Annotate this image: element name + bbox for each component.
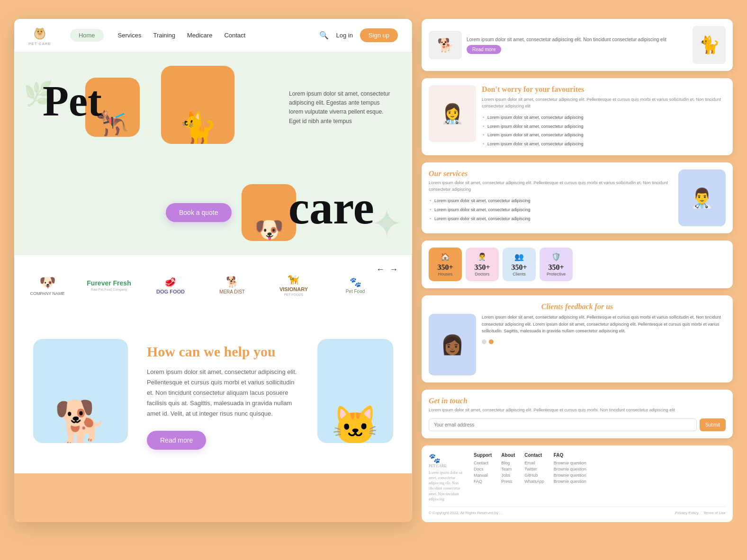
contact-link[interactable]: Contact — [224, 32, 245, 39]
footer-copyright: © Copyright 2022, All Rights Reserved by… — [429, 511, 503, 515]
bullet-2: Lorem ipsum dolor sit amet, consectetur … — [482, 122, 726, 131]
nav-links: Services Training Medicare Contact — [118, 32, 306, 39]
footer-item-s3[interactable]: Manual — [474, 473, 492, 478]
brand-name-5: VISIONARY — [279, 286, 308, 292]
dont-worry-card: 👩‍⚕️ Don't worry for your favourites Lor… — [422, 78, 733, 155]
feedback-content: 👩🏾 Lorem ipsum dolor sit amet, consectet… — [429, 314, 726, 375]
main-panel: PET CARE Home Services Training Medicare… — [14, 19, 412, 522]
footer-item-s2[interactable]: Docs — [474, 467, 492, 471]
hero-section: 🌿 Pet 🐈 🐕‍🦺 Lorem ipsum dolor sit amet, … — [14, 52, 412, 255]
brand-sub-2: Raw Pet Food Company — [91, 288, 127, 291]
svg-point-5 — [41, 28, 44, 31]
footer-item-a2[interactable]: Team — [501, 467, 515, 471]
right-panel: 🐕 Lorem ipsum dolor sit amet, consectetu… — [422, 19, 733, 522]
get-in-touch-card: Get in touch Lorem ipsum dolor sit amet,… — [422, 390, 733, 438]
decorative-right: ✦ — [371, 202, 403, 246]
footer-item-a4[interactable]: Press — [501, 479, 515, 484]
service-bullet-2: Lorem ipsum dolor sit amet, consectetur … — [429, 205, 673, 214]
feedback-post: for us — [595, 302, 613, 311]
stat-doctors: 👨‍⚕️ 350+ Doctors — [466, 248, 499, 281]
footer-item-f4[interactable]: Brownie question — [554, 479, 586, 484]
hero-title-care: care — [288, 184, 374, 231]
footer-item-s1[interactable]: Contact — [474, 461, 492, 465]
footer-item-a3[interactable]: Jobs — [501, 473, 515, 478]
footer-item-a1[interactable]: Blog — [501, 461, 515, 465]
services-highlight: services — [443, 169, 468, 178]
help-dog-emoji: 🐕 — [54, 398, 107, 443]
preview-cat-img: 🐈 — [693, 26, 726, 64]
brand-prev-arrow[interactable]: ← — [376, 265, 385, 275]
footer-item-f3[interactable]: Brownie question — [554, 473, 586, 478]
touch-title: Get in touch — [429, 397, 726, 405]
medicare-link[interactable]: Medicare — [187, 32, 212, 39]
brand-company-5: 🦮 VISIONARY PET FOODS — [270, 274, 317, 296]
stats-card: 🏠 350+ Houses 👨‍⚕️ 350+ Doctors 👥 350+ C… — [422, 240, 733, 288]
touch-form: Submit — [429, 418, 726, 431]
footer-columns: Support Contact Docs Manual FAQ About Bl… — [474, 453, 726, 502]
feedback-highlight: feedback — [565, 302, 595, 311]
search-icon[interactable]: 🔍 — [319, 31, 329, 40]
help-description: Lorem ipsum dolor sit amet, consectetur … — [147, 367, 298, 419]
preview-read-more[interactable]: Read more — [467, 45, 501, 54]
footer-item-s4[interactable]: FAQ — [474, 479, 492, 484]
signup-button[interactable]: Sign up — [360, 28, 398, 42]
bullet-3: Lorem ipsum dolor sit amet, consectetur … — [482, 131, 726, 140]
feedback-text-area: Lorem ipsum dolor sit amet, consectetur … — [482, 314, 726, 375]
feedback-description: Lorem ipsum dolor sit amet, consectetur … — [482, 314, 726, 334]
help-cat-emoji: 🐱 — [332, 403, 379, 443]
home-button[interactable]: Home — [70, 29, 104, 42]
footer-logo-desc: Lorem ipsum dolor sit amet, consectetur … — [429, 470, 467, 502]
houses-icon: 🏠 — [441, 252, 450, 261]
footer-logo: 🐾 PET CARE Lorem ipsum dolor sit amet, c… — [429, 453, 467, 502]
footer-card: 🐾 PET CARE Lorem ipsum dolor sit amet, c… — [422, 445, 733, 522]
footer-bottom: © Copyright 2022, All Rights Reserved by… — [429, 507, 726, 515]
small-dog-icon: 🐶 — [254, 216, 284, 241]
brand-name-3: DOG FOOD — [156, 289, 185, 294]
preview-content: Lorem ipsum dolor sit amet, consectetur … — [467, 36, 688, 54]
help-title-pre: How can we — [147, 344, 220, 359]
svg-point-4 — [36, 28, 38, 31]
navbar: PET CARE Home Services Training Medicare… — [14, 19, 412, 52]
vet-blue-image: 👨‍⚕️ — [678, 169, 726, 226]
email-input[interactable] — [429, 418, 697, 431]
footer-item-f1[interactable]: Brownie question — [554, 461, 586, 465]
brand-next-arrow[interactable]: → — [389, 265, 398, 275]
services-link[interactable]: Services — [118, 32, 142, 39]
stat-protective: 🛡️ 350+ Protective — [540, 248, 573, 281]
help-title: How can we help you — [147, 344, 298, 360]
footer-item-c1[interactable]: Email — [524, 461, 544, 465]
touch-pre: Get in — [429, 397, 448, 405]
protective-icon: 🛡️ — [551, 252, 561, 261]
submit-button[interactable]: Submit — [700, 418, 726, 431]
dont-worry-pre: Don't — [482, 85, 500, 93]
logo-text: PET CARE — [28, 42, 51, 46]
footer-item-f2[interactable]: Brownie question — [554, 467, 586, 471]
terms-link[interactable]: Terms of Use — [703, 511, 726, 515]
read-more-button[interactable]: Read more — [147, 431, 206, 450]
brand-logo-2: Furever Fresh Raw Pet Food Company — [87, 279, 131, 291]
doctors-label: Doctors — [475, 272, 489, 276]
brand-icon-6: 🐾 — [350, 276, 361, 288]
feedback-dot-2[interactable] — [489, 339, 494, 344]
brand-company-4: 🐕 MERA DIST — [208, 276, 256, 294]
feedback-dot-1[interactable] — [482, 339, 486, 344]
brand-icon-1: 🐶 — [39, 275, 56, 290]
brand-sub-5: PET FOODS — [284, 293, 303, 296]
brand-company-1: 🐶 COMPANY NAME — [24, 275, 71, 296]
top-preview-card: 🐕 Lorem ipsum dolor sit amet, consectetu… — [422, 19, 733, 71]
login-button[interactable]: Log in — [336, 32, 352, 39]
footer-item-c3[interactable]: GitHub — [524, 473, 544, 478]
book-quote-button[interactable]: Book a quote — [166, 203, 232, 222]
footer-item-c2[interactable]: Twitter — [524, 467, 544, 471]
cat-icon: 🐈 — [179, 110, 217, 144]
brand-company-6: 🐾 Pet Food — [332, 276, 379, 294]
training-link[interactable]: Training — [153, 32, 175, 39]
help-cat-image: 🐱 — [317, 339, 393, 443]
clients-icon: 👥 — [514, 252, 524, 261]
privacy-link[interactable]: Privacy Policy — [675, 511, 699, 515]
touch-highlight: touch — [450, 397, 467, 405]
brand-logo-5: 🦮 VISIONARY PET FOODS — [279, 274, 308, 296]
footer-item-c4[interactable]: WhatsApp — [524, 479, 544, 484]
touch-description: Lorem ipsum dolor sit amet, consectetur … — [429, 407, 726, 414]
footer-top: 🐾 PET CARE Lorem ipsum dolor sit amet, c… — [429, 453, 726, 502]
